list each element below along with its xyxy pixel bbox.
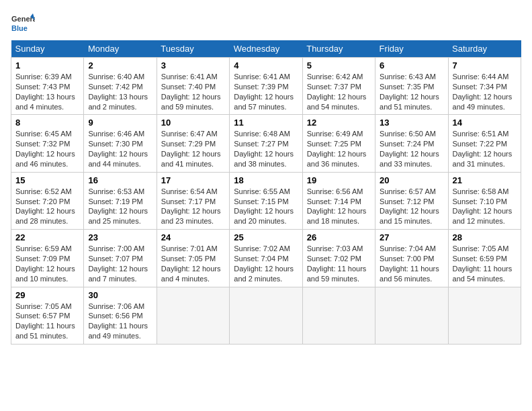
weekday-header-saturday: Saturday <box>448 40 521 58</box>
calendar-cell: 13Sunrise: 6:50 AMSunset: 7:24 PMDayligh… <box>375 115 448 172</box>
day-number: 25 <box>234 232 298 242</box>
cell-content: Sunrise: 6:59 AMSunset: 7:09 PMDaylight:… <box>15 244 79 283</box>
calendar-cell: 2Sunrise: 6:40 AMSunset: 7:42 PMDaylight… <box>84 58 157 115</box>
calendar-cell: 22Sunrise: 6:59 AMSunset: 7:09 PMDayligh… <box>11 230 84 287</box>
calendar-table: SundayMondayTuesdayWednesdayThursdayFrid… <box>11 40 521 345</box>
day-number: 16 <box>88 175 152 185</box>
weekday-header-wednesday: Wednesday <box>230 40 302 58</box>
day-number: 11 <box>234 118 298 128</box>
calendar-cell <box>230 287 302 344</box>
day-number: 17 <box>161 175 225 185</box>
calendar-cell <box>157 287 229 344</box>
day-number: 10 <box>161 118 225 128</box>
day-number: 4 <box>234 60 298 71</box>
svg-text:Blue: Blue <box>11 24 28 32</box>
cell-content: Sunrise: 7:01 AMSunset: 7:05 PMDaylight:… <box>161 244 225 283</box>
calendar-cell: 12Sunrise: 6:49 AMSunset: 7:25 PMDayligh… <box>302 115 375 172</box>
cell-content: Sunrise: 7:02 AMSunset: 7:04 PMDaylight:… <box>234 244 298 283</box>
cell-content: Sunrise: 6:44 AMSunset: 7:34 PMDaylight:… <box>453 72 517 111</box>
day-number: 13 <box>380 118 443 128</box>
day-number: 30 <box>88 290 152 300</box>
day-number: 8 <box>15 118 79 128</box>
day-number: 27 <box>380 232 443 242</box>
day-number: 7 <box>453 60 517 71</box>
calendar-cell: 18Sunrise: 6:55 AMSunset: 7:15 PMDayligh… <box>230 172 302 229</box>
cell-content: Sunrise: 7:00 AMSunset: 7:07 PMDaylight:… <box>88 244 152 283</box>
day-number: 21 <box>453 175 517 185</box>
day-number: 29 <box>15 290 79 300</box>
calendar-cell: 21Sunrise: 6:58 AMSunset: 7:10 PMDayligh… <box>448 172 521 229</box>
cell-content: Sunrise: 6:49 AMSunset: 7:25 PMDaylight:… <box>307 129 371 169</box>
calendar-week-1: 1Sunrise: 6:39 AMSunset: 7:43 PMDaylight… <box>11 58 521 115</box>
cell-content: Sunrise: 6:56 AMSunset: 7:14 PMDaylight:… <box>307 187 371 226</box>
cell-content: Sunrise: 6:48 AMSunset: 7:27 PMDaylight:… <box>234 129 298 169</box>
calendar-cell: 11Sunrise: 6:48 AMSunset: 7:27 PMDayligh… <box>230 115 302 172</box>
calendar-cell: 9Sunrise: 6:46 AMSunset: 7:30 PMDaylight… <box>84 115 157 172</box>
cell-content: Sunrise: 7:06 AMSunset: 6:56 PMDaylight:… <box>88 302 152 341</box>
calendar-cell: 27Sunrise: 7:04 AMSunset: 7:00 PMDayligh… <box>375 230 448 287</box>
calendar-cell <box>375 287 448 344</box>
cell-content: Sunrise: 6:58 AMSunset: 7:10 PMDaylight:… <box>453 187 517 226</box>
weekday-header-tuesday: Tuesday <box>157 40 229 58</box>
day-number: 2 <box>88 60 152 71</box>
day-number: 19 <box>307 175 371 185</box>
cell-content: Sunrise: 6:52 AMSunset: 7:20 PMDaylight:… <box>15 187 79 226</box>
calendar-cell: 28Sunrise: 7:05 AMSunset: 6:59 PMDayligh… <box>448 230 521 287</box>
calendar-cell: 14Sunrise: 6:51 AMSunset: 7:22 PMDayligh… <box>448 115 521 172</box>
calendar-cell: 8Sunrise: 6:45 AMSunset: 7:32 PMDaylight… <box>11 115 84 172</box>
calendar-cell: 30Sunrise: 7:06 AMSunset: 6:56 PMDayligh… <box>84 287 157 344</box>
calendar-cell: 29Sunrise: 7:05 AMSunset: 6:57 PMDayligh… <box>11 287 84 344</box>
calendar-cell: 26Sunrise: 7:03 AMSunset: 7:02 PMDayligh… <box>302 230 375 287</box>
cell-content: Sunrise: 6:43 AMSunset: 7:35 PMDaylight:… <box>380 72 443 111</box>
cell-content: Sunrise: 7:04 AMSunset: 7:00 PMDaylight:… <box>380 244 443 283</box>
calendar-cell: 16Sunrise: 6:53 AMSunset: 7:19 PMDayligh… <box>84 172 157 229</box>
day-number: 18 <box>234 175 298 185</box>
calendar-cell: 1Sunrise: 6:39 AMSunset: 7:43 PMDaylight… <box>11 58 84 115</box>
cell-content: Sunrise: 6:50 AMSunset: 7:24 PMDaylight:… <box>380 129 443 169</box>
logo-svg: General Blue <box>11 11 35 35</box>
day-number: 9 <box>88 118 152 128</box>
calendar-week-5: 29Sunrise: 7:05 AMSunset: 6:57 PMDayligh… <box>11 287 521 344</box>
cell-content: Sunrise: 6:41 AMSunset: 7:39 PMDaylight:… <box>234 72 298 111</box>
logo-graphic: General Blue <box>11 11 35 35</box>
calendar-cell: 10Sunrise: 6:47 AMSunset: 7:29 PMDayligh… <box>157 115 229 172</box>
day-number: 3 <box>161 60 225 71</box>
cell-content: Sunrise: 6:54 AMSunset: 7:17 PMDaylight:… <box>161 187 225 226</box>
cell-content: Sunrise: 6:57 AMSunset: 7:12 PMDaylight:… <box>380 187 443 226</box>
day-number: 23 <box>88 232 152 242</box>
logo: General Blue <box>11 11 35 35</box>
cell-content: Sunrise: 6:53 AMSunset: 7:19 PMDaylight:… <box>88 187 152 226</box>
cell-content: Sunrise: 6:39 AMSunset: 7:43 PMDaylight:… <box>15 72 79 111</box>
day-number: 5 <box>307 60 371 71</box>
day-number: 22 <box>15 232 79 242</box>
cell-content: Sunrise: 6:41 AMSunset: 7:40 PMDaylight:… <box>161 72 225 111</box>
cell-content: Sunrise: 6:51 AMSunset: 7:22 PMDaylight:… <box>453 129 517 169</box>
calendar-cell: 3Sunrise: 6:41 AMSunset: 7:40 PMDaylight… <box>157 58 229 115</box>
weekday-header-monday: Monday <box>84 40 157 58</box>
day-number: 26 <box>307 232 371 242</box>
cell-content: Sunrise: 7:03 AMSunset: 7:02 PMDaylight:… <box>307 244 371 283</box>
calendar-cell: 19Sunrise: 6:56 AMSunset: 7:14 PMDayligh… <box>302 172 375 229</box>
day-number: 24 <box>161 232 225 242</box>
calendar-cell: 5Sunrise: 6:42 AMSunset: 7:37 PMDaylight… <box>302 58 375 115</box>
calendar-cell: 25Sunrise: 7:02 AMSunset: 7:04 PMDayligh… <box>230 230 302 287</box>
calendar-cell <box>448 287 521 344</box>
cell-content: Sunrise: 6:45 AMSunset: 7:32 PMDaylight:… <box>15 129 79 169</box>
weekday-header-thursday: Thursday <box>302 40 375 58</box>
cell-content: Sunrise: 6:40 AMSunset: 7:42 PMDaylight:… <box>88 72 152 111</box>
cell-content: Sunrise: 7:05 AMSunset: 6:57 PMDaylight:… <box>15 302 79 341</box>
cell-content: Sunrise: 6:47 AMSunset: 7:29 PMDaylight:… <box>161 129 225 169</box>
day-number: 14 <box>453 118 517 128</box>
day-number: 20 <box>380 175 443 185</box>
calendar-cell: 24Sunrise: 7:01 AMSunset: 7:05 PMDayligh… <box>157 230 229 287</box>
cell-content: Sunrise: 6:42 AMSunset: 7:37 PMDaylight:… <box>307 72 371 111</box>
day-number: 28 <box>453 232 517 242</box>
weekday-header-friday: Friday <box>375 40 448 58</box>
calendar-week-3: 15Sunrise: 6:52 AMSunset: 7:20 PMDayligh… <box>11 172 521 229</box>
page-header: General Blue <box>11 11 521 35</box>
calendar-cell: 17Sunrise: 6:54 AMSunset: 7:17 PMDayligh… <box>157 172 229 229</box>
calendar-week-2: 8Sunrise: 6:45 AMSunset: 7:32 PMDaylight… <box>11 115 521 172</box>
calendar-cell: 6Sunrise: 6:43 AMSunset: 7:35 PMDaylight… <box>375 58 448 115</box>
calendar-cell: 4Sunrise: 6:41 AMSunset: 7:39 PMDaylight… <box>230 58 302 115</box>
day-number: 1 <box>15 60 79 71</box>
